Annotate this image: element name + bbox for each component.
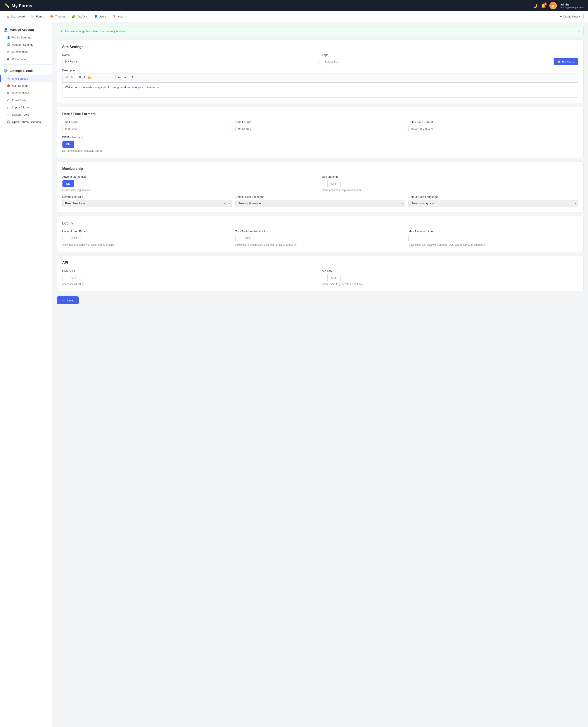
sidebar-item-preferences[interactable]: ◉ Preferences (0, 56, 52, 63)
sidebar-item-site-settings[interactable]: 🔧 Site Settings (0, 75, 52, 82)
nav-dashboard[interactable]: ⊞ Dashboard (4, 14, 27, 20)
sidebar-item-mail-settings[interactable]: 📤 Mail Settings (0, 82, 52, 89)
forms-icon: 📄 (31, 15, 35, 18)
save-button[interactable]: ✓ Save (57, 297, 79, 304)
diff-humans-label: Diff For Humans (62, 136, 578, 139)
login-title: Log In (62, 221, 578, 225)
max-password-input[interactable] (408, 235, 578, 242)
dark-mode-icon[interactable]: 🌙 (533, 3, 538, 8)
default-timezone-group: Default User Timezone Select a timezone … (235, 195, 405, 207)
sidebar-divider (0, 64, 52, 65)
name-label: Name (62, 53, 318, 57)
notification-bell[interactable]: 🔔 1 (541, 3, 546, 8)
sidebar-item-subscription[interactable]: ▤ Subscription (0, 48, 52, 56)
nav-forms[interactable]: 📄 Forms (28, 14, 47, 20)
sidebar-item-profile-settings[interactable]: 👤 Profile Settings (0, 34, 52, 41)
create-new-button[interactable]: + Create New ▾ (557, 13, 584, 20)
datetime-format-input[interactable] (408, 125, 578, 132)
indent-more-button[interactable]: ⇥ (122, 75, 127, 80)
indent-less-button[interactable]: ⇤ (117, 75, 122, 80)
description-editor[interactable]: Welcome to the easiest way to build, des… (62, 82, 578, 98)
sidebar-system-tools-label: System Tools (12, 113, 29, 116)
nav-addons[interactable]: 🧩 Add-Ons (69, 14, 90, 20)
addons-icon: 🧩 (71, 15, 75, 18)
two-factor-off-button[interactable]: OFF (241, 235, 254, 242)
anyone-register-off-label (74, 182, 79, 186)
rest-api-off-button[interactable]: OFF (68, 274, 81, 281)
highlight-button[interactable]: A▾ (86, 75, 92, 80)
default-timezone-select-container: Select a timezone ▾ (235, 200, 405, 207)
manage-account-title: Manage Account (9, 28, 34, 32)
sidebar-item-form-tools[interactable]: ✓ Form Tools (0, 97, 52, 104)
logo-file-input[interactable] (322, 58, 554, 65)
sidebar-form-tools-label: Form Tools (12, 99, 26, 102)
anyone-register-on-button[interactable]: ON (62, 180, 74, 187)
align-left-button[interactable]: ≡ (96, 75, 100, 80)
default-user-role-select[interactable]: Role: Free User (62, 200, 232, 207)
sidebar-item-subscriptions[interactable]: ▤ Subscriptions (0, 89, 52, 97)
sidebar-item-account-settings[interactable]: ⚙️ Account Settings (0, 41, 52, 48)
user-info: admin admin@example.com (560, 3, 584, 9)
settings-tools-title: Settings & Tools (9, 69, 34, 73)
time-format-input[interactable] (62, 125, 232, 132)
rich-text-toolbar: ↩ ↪ B I A▾ ≡ ≡ ≡ ≡ ⇤ ⇥ T (62, 73, 578, 81)
success-icon: ✓ (61, 29, 63, 33)
sidebar-item-system-tools[interactable]: ✕ System Tools (0, 111, 52, 118)
date-format-group: Date Format (235, 120, 405, 132)
account-settings-icon: ⚙️ (7, 43, 10, 46)
toolbar-separator-1 (76, 75, 76, 79)
browse-button[interactable]: 📁 Browse ... (554, 58, 578, 65)
clear-format-button[interactable]: T (130, 75, 134, 80)
diff-toggle-container: ON (62, 141, 79, 148)
success-text: The site settings have been successfully… (65, 29, 127, 33)
align-right-button[interactable]: ≡ (105, 75, 109, 80)
sidebar-item-open-source[interactable]: 📋 Open Source Licenses (0, 118, 52, 125)
subscription-icon: ▤ (7, 50, 10, 54)
logo[interactable]: ✏️ My Forms (4, 3, 32, 8)
diff-toggle-on-button[interactable]: ON (62, 141, 74, 148)
datetime-format-label: Date / Time Format (408, 120, 578, 124)
italic-button[interactable]: I (83, 75, 86, 80)
api-key-off-button[interactable]: OFF (328, 274, 340, 281)
membership-toggles-row: Anyone can register ON Enable user regis… (62, 175, 578, 192)
date-format-label: Date Format (235, 120, 405, 124)
date-format-input[interactable] (235, 125, 405, 132)
bold-button[interactable]: B (78, 75, 82, 80)
nav-users[interactable]: 👤 Users (91, 14, 109, 20)
name-input[interactable] (62, 58, 318, 65)
align-center-button[interactable]: ≡ (100, 75, 105, 80)
clear-role-button[interactable]: ✕ (223, 202, 226, 205)
api-key-inactive (322, 276, 328, 280)
sidebar-item-import-export[interactable]: ↕ Import / Export (0, 104, 52, 111)
settings-tools-icon: ⚙️ (3, 69, 8, 73)
manage-account-icon: 👤 (3, 27, 8, 32)
default-language-select-container: Select a language ▾ (408, 200, 578, 207)
unconfirmed-inactive (62, 237, 68, 240)
default-language-select[interactable]: Select a language (408, 200, 578, 207)
open-source-icon: 📋 (7, 120, 10, 123)
anyone-register-label: Anyone can register (62, 175, 318, 178)
redo-button[interactable]: ↪ (70, 75, 75, 80)
nav-help[interactable]: ❓ Help ▾ (110, 14, 128, 20)
undo-button[interactable]: ↩ (64, 75, 69, 80)
save-label: Save (66, 299, 74, 302)
default-timezone-select[interactable]: Select a timezone (235, 200, 405, 207)
unconfirmed-email-off-button[interactable]: OFF (68, 235, 81, 242)
subscriptions-icon: ▤ (7, 92, 10, 95)
api-key-group: API Key OFF Allow users to generate an A… (322, 269, 578, 286)
themes-icon: 🎨 (50, 15, 54, 18)
align-justify-button[interactable]: ≡ (110, 75, 114, 80)
success-message: ✓ The site settings have been successful… (61, 29, 127, 33)
description-group: Description ↩ ↪ B I A▾ ≡ ≡ ≡ ≡ ⇤ ⇥ (62, 69, 578, 98)
use-captcha-off-button[interactable]: OFF (328, 180, 340, 187)
settings-tools-section: ⚙️ Settings & Tools (0, 66, 52, 75)
rest-api-helper: Access to REST API. (62, 283, 318, 286)
nav-addons-label: Add-Ons (77, 15, 88, 18)
success-close-button[interactable]: ✕ (577, 29, 580, 33)
datetime-card: Date / Time Formats Time Format Date For… (57, 107, 584, 158)
nav-themes[interactable]: 🎨 Themes (47, 14, 68, 20)
manage-account-section: 👤 Manage Account (0, 25, 52, 34)
help-icon: ❓ (112, 15, 116, 18)
sidebar-site-settings-label: Site Settings (12, 77, 28, 80)
browse-label: Browse ... (562, 60, 575, 63)
